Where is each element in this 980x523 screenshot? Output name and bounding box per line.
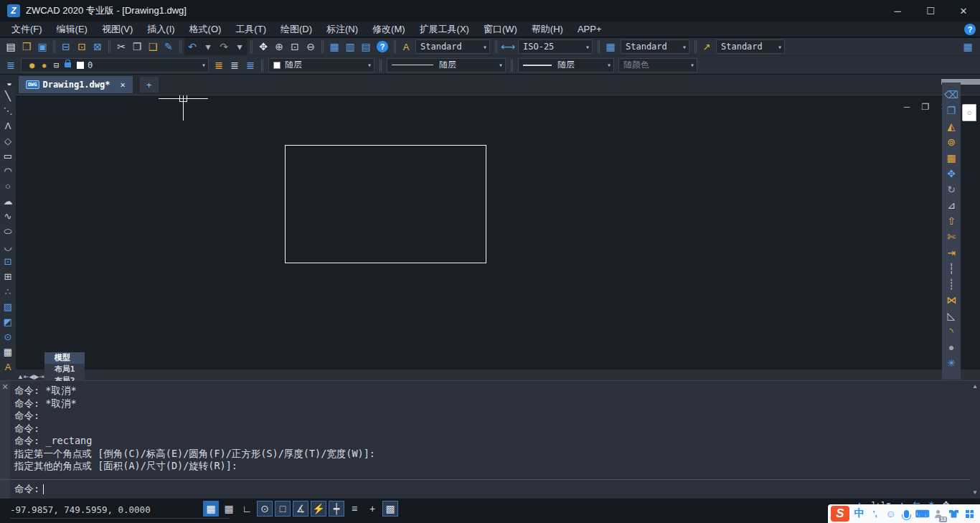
help-circle-icon[interactable]: ?	[377, 41, 388, 52]
layer-on-bulb-icon[interactable]: ●	[26, 57, 38, 73]
properties-palette-icon[interactable]: ▦	[326, 39, 342, 55]
ime-emoji-icon[interactable]: ☺	[885, 506, 897, 521]
color-combo[interactable]: 随层 ▾	[268, 58, 374, 72]
ellipse-icon[interactable]: ⬭	[1, 224, 15, 238]
toolbar-overflow-icon[interactable]: ▦	[960, 39, 976, 55]
layout-list-button[interactable]: ▲	[17, 373, 24, 380]
ime-microphone-icon[interactable]	[900, 506, 913, 521]
print-icon[interactable]: ⊟	[58, 39, 74, 55]
region-icon[interactable]: ⊙	[1, 329, 15, 344]
dim-style-combo[interactable]: ISO-25▾	[518, 39, 593, 54]
menu-file[interactable]: 文件(F)	[4, 22, 50, 37]
command-input[interactable]: 命令:	[14, 483, 44, 496]
match-properties-icon[interactable]: ✎	[161, 39, 176, 55]
ime-toolbox-icon[interactable]	[963, 506, 976, 521]
tab-layout1[interactable]: 布局1	[44, 364, 85, 375]
maximize-button[interactable]: ☐	[914, 0, 947, 22]
zoom-previous-icon[interactable]: ⊖	[303, 39, 319, 55]
linetype-combo[interactable]: 随层 ▾	[387, 58, 506, 72]
minimize-button[interactable]: ─	[881, 0, 914, 22]
move-icon[interactable]: ✥	[943, 166, 959, 181]
gradient-icon[interactable]: ◩	[1, 314, 15, 329]
ime-language-mode[interactable]: 中	[853, 506, 865, 521]
dynamic-input-toggle[interactable]: ⚡	[311, 501, 326, 517]
menu-express[interactable]: 扩展工具(X)	[413, 22, 476, 37]
point-tool-icon[interactable]: ∴	[1, 284, 15, 298]
copy-icon[interactable]: ❐	[943, 103, 959, 118]
redo-dropdown-arrow[interactable]: ▾	[232, 39, 248, 55]
arc-icon[interactable]: ◠	[1, 164, 15, 178]
ime-punctuation-toggle[interactable]: ’,	[869, 506, 881, 521]
menu-view[interactable]: 视图(V)	[95, 22, 140, 37]
grid-toggle[interactable]: ▦	[221, 501, 237, 517]
menu-draw[interactable]: 绘图(D)	[273, 22, 319, 37]
layer-properties-manager-icon[interactable]: ≣	[3, 57, 19, 73]
toolbar-flyout-popup[interactable]: ○	[962, 104, 976, 121]
snap-toggle[interactable]: ▦	[203, 501, 219, 517]
ime-keyboard-icon[interactable]: ⌨	[916, 506, 928, 521]
sogou-logo-icon[interactable]: S	[831, 506, 849, 522]
scroll-up-icon[interactable]: ▲	[971, 382, 979, 391]
tab-model[interactable]: 模型	[44, 352, 85, 364]
ellipse-arc-icon[interactable]: ◡	[1, 239, 15, 253]
print-preview-icon[interactable]: ⊡	[74, 39, 90, 55]
spline-icon[interactable]: ∿	[1, 209, 15, 223]
undo-dropdown-arrow[interactable]: ▾	[200, 39, 216, 55]
offset-icon[interactable]: ⊚	[943, 134, 959, 149]
last-tab-button[interactable]: ⇥	[39, 373, 44, 380]
line-tool-icon[interactable]: ╲	[1, 88, 15, 103]
ime-skin-icon[interactable]	[948, 506, 960, 521]
revision-cloud-icon[interactable]: ☁	[1, 194, 15, 208]
make-block-icon[interactable]: ⊞	[1, 269, 15, 283]
mirror-icon[interactable]: ◭	[943, 118, 959, 133]
menu-tools[interactable]: 工具(T)	[228, 22, 273, 37]
close-button[interactable]: ✕	[947, 0, 980, 22]
menu-edit[interactable]: 编辑(E)	[50, 22, 95, 37]
circle-icon[interactable]: ○	[1, 179, 15, 193]
mdi-restore-button[interactable]: ❐	[919, 101, 932, 113]
trim-icon[interactable]: ✄	[943, 229, 959, 244]
undo-icon[interactable]: ↶	[184, 39, 200, 55]
break-at-point-icon[interactable]: ┆	[943, 260, 959, 275]
stretch-icon[interactable]: ⇧	[943, 213, 959, 228]
construction-line-icon[interactable]: ⋱	[1, 103, 15, 118]
doc-tab-close-icon[interactable]: ✕	[120, 80, 125, 90]
rotate-icon[interactable]: ↻	[943, 182, 959, 197]
cut-icon[interactable]: ✂	[113, 39, 129, 55]
array-icon[interactable]: ▦	[943, 150, 959, 165]
mleader-style-combo[interactable]: Standard▾	[716, 39, 785, 54]
design-center-icon[interactable]: ▥	[342, 39, 358, 55]
mdi-minimize-button[interactable]: ─	[900, 101, 913, 113]
layer-freeze-icon[interactable]: ✹	[38, 57, 50, 73]
table-style-combo[interactable]: Standard▾	[621, 39, 689, 54]
scroll-down-icon[interactable]: ▼	[971, 489, 979, 497]
zoom-realtime-icon[interactable]: ⊕	[271, 39, 287, 55]
model-menu-toggle[interactable]: ≡	[347, 501, 362, 517]
extend-icon[interactable]: ⇥	[943, 245, 959, 260]
scale-icon[interactable]: ⊿	[943, 197, 959, 212]
help-icon[interactable]: ?	[964, 24, 976, 35]
menu-format[interactable]: 格式(O)	[182, 22, 229, 37]
explode-icon[interactable]: ✳	[943, 355, 959, 370]
chamfer-icon[interactable]: ◺	[943, 308, 959, 323]
save-icon[interactable]: ▣	[34, 39, 50, 55]
join-icon[interactable]: ⋈	[943, 292, 959, 307]
command-scrollbar[interactable]: ▲ ▼	[970, 381, 980, 499]
menu-insert[interactable]: 插入(I)	[140, 22, 182, 37]
document-tab[interactable]: DWG Drawing1.dwg* ✕	[19, 76, 133, 93]
object-snap-toggle[interactable]: □	[275, 501, 291, 517]
rectangle-icon[interactable]: ▭	[1, 149, 15, 163]
point-filter-toggle[interactable]: +	[364, 501, 380, 517]
erase-icon[interactable]: ⌫	[943, 87, 959, 102]
layer-combo[interactable]: ● ✹ ⊟ 0 ▾	[21, 58, 209, 72]
menu-modify[interactable]: 修改(M)	[365, 22, 413, 37]
menu-app-plus[interactable]: APP+	[570, 22, 609, 37]
menu-help[interactable]: 帮助(H)	[524, 22, 570, 37]
command-console[interactable]: ✕ 命令: *取消*命令: *取消*命令:命令:命令: _rectang指定第一…	[0, 381, 980, 499]
hatch-icon[interactable]: ▨	[1, 299, 15, 314]
pan-icon[interactable]: ✥	[255, 39, 271, 55]
drawn-rectangle[interactable]	[285, 145, 486, 263]
table-icon[interactable]: ▦	[1, 344, 15, 359]
open-file-icon[interactable]: ❒	[19, 39, 34, 55]
mtext-icon[interactable]: A	[1, 359, 15, 374]
